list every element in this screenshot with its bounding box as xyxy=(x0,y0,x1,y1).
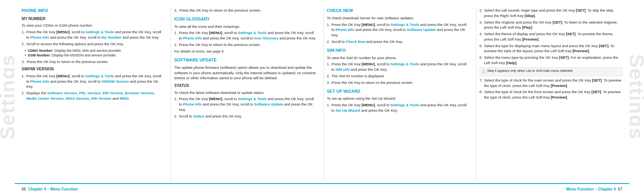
my-number-title: MY NUMBER xyxy=(22,16,164,22)
list-item: 1. Press the OK Key [MENU], scroll to Se… xyxy=(327,61,470,72)
footer-page-left: 66 xyxy=(22,187,26,191)
col-icon-glossary: 3. Press the OK Key to return to the pre… xyxy=(171,8,320,181)
col-phone-info: PHONE INFO MY NUMBER To view your CDMA o… xyxy=(19,8,168,181)
footer-right: Menu Function – Chapter 4 67 xyxy=(566,187,622,191)
list-item: 1. Press the OK Key [MENU], scroll to Se… xyxy=(327,22,470,38)
swhw-list: 1. Press the OK Key [MENU], scroll to Se… xyxy=(22,73,164,101)
list-item: CDMA Number: Display the MDN, MIN and se… xyxy=(25,48,164,53)
list-item: 1. Press the OK Key [MENU], scroll to Se… xyxy=(22,73,164,89)
note-icon: ⊡ xyxy=(482,68,486,75)
side-label-left: Settings xyxy=(0,54,15,140)
list-item: 1. Press the OK Key [MENU], scroll to Se… xyxy=(327,102,470,113)
list-item: 1. Press the OK Key [MENU], scroll to Se… xyxy=(174,96,317,112)
main-content: PHONE INFO MY NUMBER To view your CDMA o… xyxy=(15,0,629,194)
footer-chapter-left: Chapter 4 – Menu Function xyxy=(28,187,78,191)
check-new-title: CHECK NEW xyxy=(327,8,470,14)
status-intro: To check the latest software download or… xyxy=(174,90,317,95)
col2-item3: 3. Press the OK Key to return to the pre… xyxy=(174,8,317,13)
check-new-list: 1. Press the OK Key [MENU], scroll to Se… xyxy=(327,22,470,44)
col-setup-wizard-cont: 2. Select the call sounds ringer type an… xyxy=(476,8,625,181)
icon-glossary-title: ICON GLOSSARY xyxy=(174,16,317,22)
setup-wizard-list2: 7. Select the type of clock for the main… xyxy=(480,78,622,100)
list-item: 1. Press the OK Key [MENU], scroll to Se… xyxy=(22,29,164,40)
page-container: Settings PHONE INFO MY NUMBER To view yo… xyxy=(0,0,644,194)
icon-glossary-note: For details on icons, see page 9. xyxy=(174,49,317,54)
list-item: 2. Select the call sounds ringer type an… xyxy=(480,8,622,19)
sim-info-title: SIM INFO xyxy=(327,48,470,54)
icon-glossary-list: 1. Press the OK Key [MENU], scroll to Se… xyxy=(174,30,317,47)
sim-info-intro: To view the SIM ID number for your phone… xyxy=(327,55,470,61)
check-new-intro: To check Download Server for new Softwar… xyxy=(327,15,470,21)
list-item: 7. Select the type of clock for the main… xyxy=(480,78,622,88)
software-update-title: SOFTWARE UPDATE xyxy=(174,57,317,63)
list-item: 2. Scroll to Check New and press the OK … xyxy=(327,39,470,44)
my-number-list: 1. Press the OK Key [MENU], scroll to Se… xyxy=(22,29,164,46)
status-list: 1. Press the OK Key [MENU], scroll to Se… xyxy=(174,96,317,119)
list-item: 8. Select the type of clock for the fron… xyxy=(480,89,622,100)
my-number-bullets: CDMA Number: Display the MDN, MIN and se… xyxy=(25,48,164,58)
list-item: 2. Press the OK Key to return to the pre… xyxy=(174,42,317,48)
list-item: GSM Number: Display the MSISDN and servi… xyxy=(25,53,164,58)
swhw-title: SW/HW VERSION xyxy=(22,66,164,72)
icon-glossary-intro: To view all the icons and their meanings… xyxy=(174,24,317,29)
side-text-right: Settings xyxy=(629,0,644,194)
side-text-left: Settings xyxy=(0,0,15,194)
step6-note: ⊡ Step 6 appears only when List or Grid … xyxy=(480,67,622,76)
columns-area: PHONE INFO MY NUMBER To view your CDMA o… xyxy=(15,0,629,181)
phone-info-title: PHONE INFO xyxy=(22,8,164,14)
list-item: 2. The SIM ID number is displayed. xyxy=(327,73,470,79)
footer: 66 Chapter 4 – Menu Function Menu Functi… xyxy=(15,183,629,194)
list-item: 1. Press the OK Key [MENU], scroll to Se… xyxy=(174,30,317,41)
list-item: 5. Select the type for displaying main m… xyxy=(480,43,622,54)
footer-left: 66 Chapter 4 – Menu Function xyxy=(22,187,78,191)
col-check-new: CHECK NEW To check Download Server for n… xyxy=(324,8,473,181)
status-title: STATUS xyxy=(174,83,317,89)
list-item: 6. Select the menu type by pressing the … xyxy=(480,55,622,66)
list-item: 2. Displays the Software Version, PRL Ve… xyxy=(22,90,164,101)
my-number-item3: 3. Press the OK Key to return to the pre… xyxy=(22,59,164,65)
note-text: Step 6 appears only when List or Grid ma… xyxy=(487,69,573,73)
list-item: 2. Scroll to Status and press the OK Key… xyxy=(174,114,317,119)
set-up-wizard-intro: To set up options using the Set Up Wizar… xyxy=(327,96,470,101)
setup-wizard-cont-list: 2. Select the call sounds ringer type an… xyxy=(480,8,622,66)
footer-chapter-right: Menu Function – Chapter 4 xyxy=(566,187,616,191)
list-item: 3. Press the OK Key to return to the pre… xyxy=(327,80,470,85)
sim-info-list: 1. Press the OK Key [MENU], scroll to Se… xyxy=(327,61,470,85)
side-label-right: Settings xyxy=(629,54,644,140)
set-up-wizard-list: 1. Press the OK Key [MENU], scroll to Se… xyxy=(327,102,470,113)
my-number-intro: To view your CDMA or GSM phone number: xyxy=(22,23,164,28)
software-update-intro: The update phone firmware (software) opt… xyxy=(174,65,317,81)
list-item: 3. Select the ringtone and press the OK … xyxy=(480,20,622,31)
footer-page-right: 67 xyxy=(618,187,622,191)
list-item: 4. Select the theme of display and press… xyxy=(480,31,622,42)
set-up-wizard-title: SET UP WIZARD xyxy=(327,88,470,95)
list-item: 2. Scroll to access the following option… xyxy=(22,41,164,47)
